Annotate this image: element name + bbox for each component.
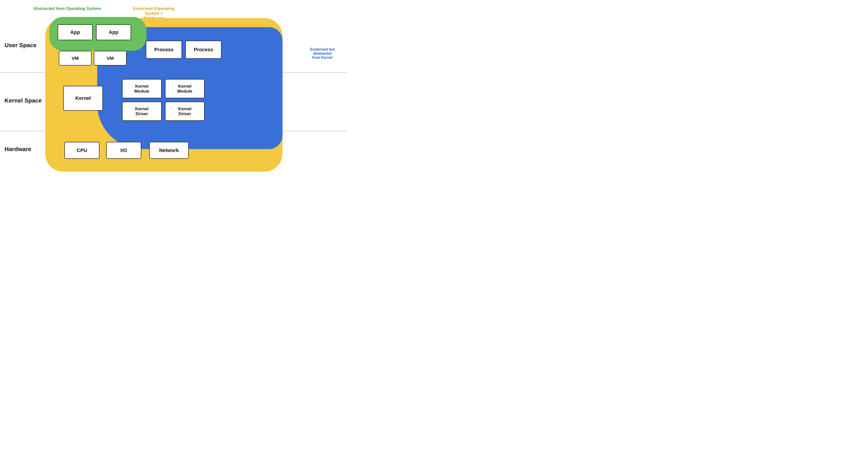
legend-blue-label: Enshrined but abstracted from Kernel <box>304 47 340 60</box>
legend-green-label: Abstracted from Operating System <box>33 6 101 11</box>
vm1-box: VM <box>59 51 92 66</box>
app2-box: App <box>96 24 131 40</box>
kernel-space-label: Kernel Space <box>4 97 42 104</box>
diagram-container: User Space Kernel Space Hardware Abstrac… <box>0 0 347 187</box>
hardware-label: Hardware <box>4 146 31 153</box>
cpu-box: CPU <box>64 142 99 159</box>
app1-box: App <box>58 24 93 40</box>
io-box: I/O <box>106 142 141 159</box>
kernel-box: Kernel <box>63 86 103 111</box>
kernel-driver1-box: KernelDriver <box>122 102 162 121</box>
user-space-label: User Space <box>4 42 37 49</box>
process1-box: Process <box>146 41 182 59</box>
process2-box: Process <box>185 41 221 59</box>
kernel-module2-box: KernelModule <box>165 79 205 98</box>
kernel-module1-box: KernelModule <box>122 79 162 98</box>
network-box: Network <box>149 142 189 159</box>
vm2-box: VM <box>94 51 127 66</box>
kernel-driver2-box: KernelDriver <box>165 102 205 121</box>
